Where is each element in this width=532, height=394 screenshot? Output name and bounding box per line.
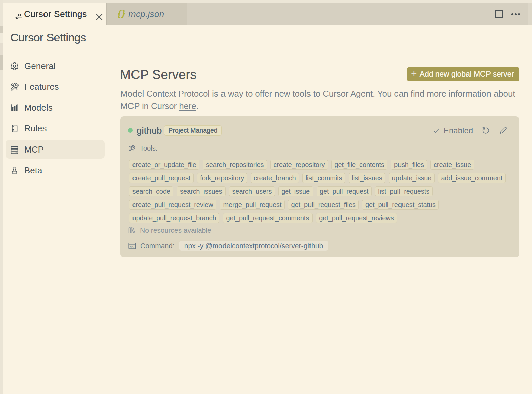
svg-text:C:\: C:\ <box>130 245 134 248</box>
